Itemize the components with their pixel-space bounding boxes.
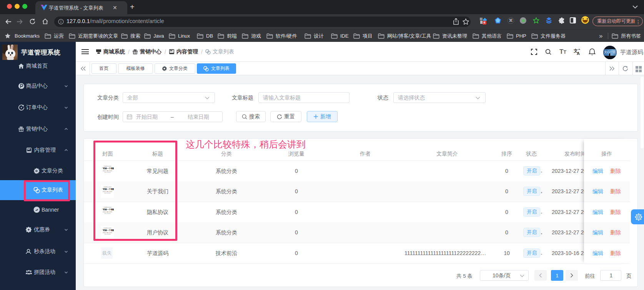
svg-text:A: A	[577, 51, 580, 55]
